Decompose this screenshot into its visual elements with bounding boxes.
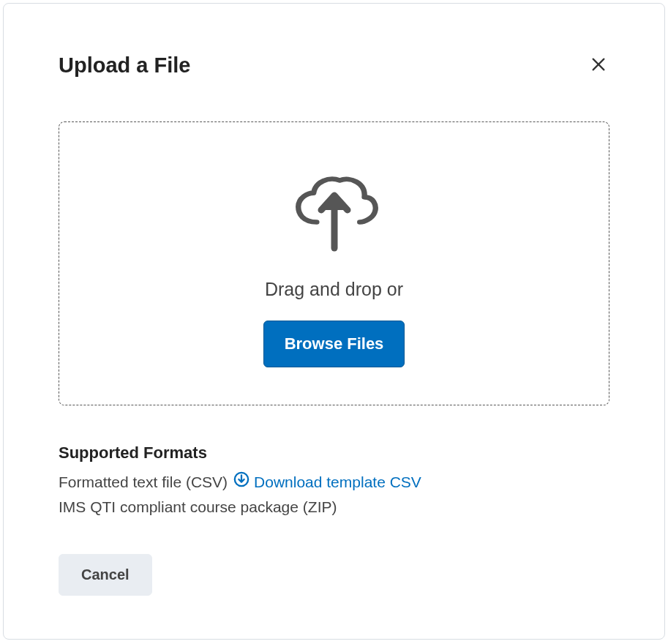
supported-formats-heading: Supported Formats	[59, 443, 609, 463]
modal-title: Upload a File	[59, 53, 190, 78]
file-dropzone[interactable]: Drag and drop or Browse Files	[59, 121, 609, 405]
dropzone-prompt: Drag and drop or	[265, 279, 403, 300]
upload-cloud-icon	[290, 168, 378, 258]
close-button[interactable]	[588, 55, 609, 77]
upload-file-modal: Upload a File Drag and drop or Browse Fi…	[3, 3, 665, 640]
format-zip-line: IMS QTI compliant course package (ZIP)	[59, 495, 609, 520]
download-template-link[interactable]: Download template CSV	[233, 470, 421, 495]
supported-formats-section: Supported Formats Formatted text file (C…	[59, 443, 609, 519]
browse-files-button[interactable]: Browse Files	[263, 321, 405, 367]
download-link-text: Download template CSV	[254, 470, 421, 495]
modal-footer: Cancel	[59, 554, 609, 596]
format-csv-line: Formatted text file (CSV) Download templ…	[59, 470, 609, 495]
download-icon	[233, 470, 249, 495]
format-csv-label: Formatted text file (CSV)	[59, 470, 228, 495]
close-icon	[590, 56, 607, 75]
cancel-button[interactable]: Cancel	[59, 554, 152, 596]
modal-header: Upload a File	[4, 4, 664, 78]
